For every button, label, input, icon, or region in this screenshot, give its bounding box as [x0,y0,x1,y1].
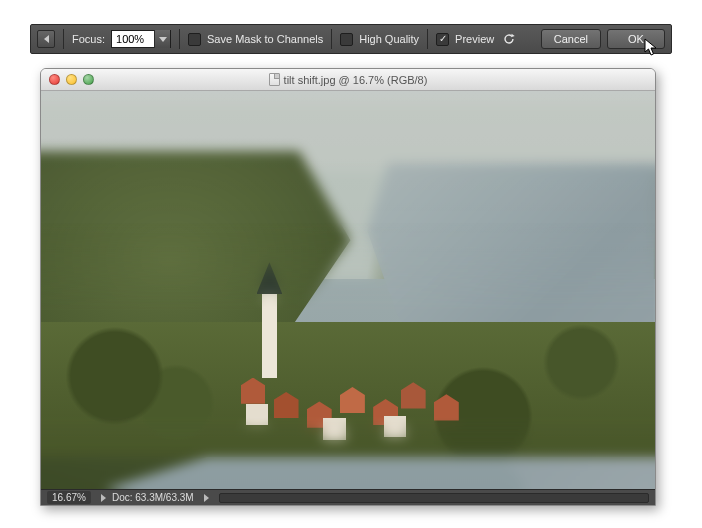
tilt-shift-blur-top [41,91,655,310]
divider [427,29,428,49]
focus-input[interactable] [112,31,154,47]
high-quality-checkbox[interactable] [340,33,353,46]
cancel-button-label: Cancel [554,33,588,45]
chevron-left-icon [44,35,49,43]
zoom-level[interactable]: 16.67% [47,491,91,504]
divider [331,29,332,49]
reset-icon [502,32,516,46]
horizontal-scrollbar[interactable] [219,493,649,503]
document-window: tilt shift.jpg @ 16.7% (RGB/8) [40,68,656,506]
focus-dropdown-button[interactable] [154,30,170,48]
document-icon [269,73,280,86]
options-bar: Focus: Save Mask to Channels High Qualit… [30,24,672,54]
save-mask-checkbox[interactable] [188,33,201,46]
collapse-options-button[interactable] [37,30,55,48]
divider [63,29,64,49]
minimize-window-button[interactable] [66,74,77,85]
document-title: tilt shift.jpg @ 16.7% (RGB/8) [284,74,428,86]
image-content [41,91,655,489]
doc-info-popup-button[interactable] [204,494,209,502]
preview-checkbox[interactable] [436,33,449,46]
reset-button[interactable] [500,30,518,48]
cancel-button[interactable]: Cancel [541,29,601,49]
tilt-shift-blur-bottom [41,417,655,489]
close-window-button[interactable] [49,74,60,85]
titlebar[interactable]: tilt shift.jpg @ 16.7% (RGB/8) [41,69,655,91]
zoom-popup-button[interactable] [101,494,106,502]
preview-label: Preview [455,33,494,45]
traffic-lights [49,74,94,85]
chevron-down-icon [159,37,167,42]
ok-button[interactable]: OK [607,29,665,49]
title-area: tilt shift.jpg @ 16.7% (RGB/8) [41,73,655,86]
canvas[interactable] [41,91,655,489]
focus-input-group [111,30,171,48]
status-bar: 16.67% Doc: 63.3M/63.3M [41,489,655,505]
zoom-window-button[interactable] [83,74,94,85]
torn-edge-decoration [670,22,686,56]
doc-size: Doc: 63.3M/63.3M [112,492,194,503]
divider [179,29,180,49]
focus-label: Focus: [72,33,105,45]
svg-marker-0 [511,34,515,38]
ok-button-label: OK [628,33,644,45]
high-quality-label: High Quality [359,33,419,45]
save-mask-label: Save Mask to Channels [207,33,323,45]
